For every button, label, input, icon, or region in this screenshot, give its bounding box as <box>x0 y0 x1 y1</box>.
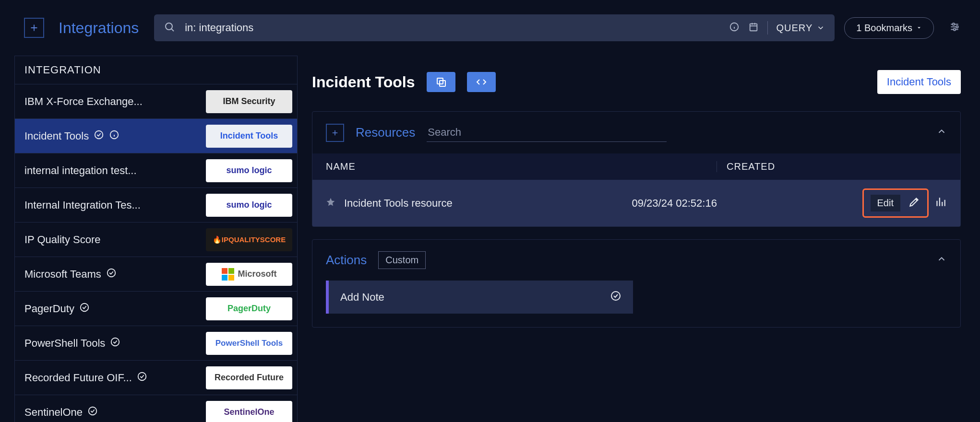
divider <box>767 21 768 35</box>
resources-search-input[interactable] <box>427 123 667 142</box>
add-button[interactable] <box>24 18 44 38</box>
sidebar-item-5[interactable]: Microsoft TeamsMicrosoft <box>15 257 297 291</box>
action-name: Add Note <box>340 291 602 304</box>
svg-point-0 <box>166 23 172 30</box>
sidebar-header: INTEGRATION <box>15 56 297 84</box>
provider-badge: Incident Tools <box>206 125 292 148</box>
table-row[interactable]: Incident Tools resource 09/23/24 02:52:1… <box>312 180 960 226</box>
collapse-icon[interactable] <box>936 254 947 267</box>
sidebar: INTEGRATION IBM X-Force Exchange...IBM S… <box>14 56 298 422</box>
sidebar-item-label: SentinelOne <box>24 406 83 419</box>
resource-name: Incident Tools resource <box>344 197 632 210</box>
sidebar-item-label: PagerDuty <box>24 303 74 315</box>
resources-panel: Resources NAME CREATED Incident Tools re… <box>312 111 961 227</box>
calendar-icon[interactable] <box>748 22 759 35</box>
edit-tooltip: Edit <box>871 195 900 211</box>
table-header: NAME CREATED <box>312 153 960 180</box>
check-icon <box>94 129 104 142</box>
provider-badge: PagerDuty <box>206 297 292 320</box>
sidebar-item-6[interactable]: PagerDutyPagerDuty <box>15 291 297 326</box>
action-item[interactable]: Add Note <box>326 281 633 314</box>
provider-badge: sumo logic <box>206 159 292 182</box>
actions-title: Actions <box>326 253 367 268</box>
sidebar-item-2[interactable]: internal integation test...sumo logic <box>15 153 297 188</box>
sidebar-item-label: IP Quality Score <box>24 234 101 246</box>
sidebar-item-label: Incident Tools <box>24 130 89 142</box>
svg-point-3 <box>953 23 955 25</box>
provider-badge: PowerShell Tools <box>206 332 292 355</box>
query-label: QUERY <box>777 23 813 34</box>
page-title: Integrations <box>59 19 139 37</box>
svg-point-9 <box>81 304 89 312</box>
bookmarks-label: 1 Bookmarks <box>856 23 912 34</box>
check-icon <box>106 268 117 281</box>
resource-created: 09/23/24 02:52:16 <box>632 197 862 210</box>
svg-point-15 <box>611 292 620 300</box>
sidebar-item-label: IBM X-Force Exchange... <box>24 95 143 108</box>
actions-panel: Actions Custom Add Note <box>312 239 961 328</box>
sidebar-item-1[interactable]: Incident ToolsIncident Tools <box>15 118 297 153</box>
search-input[interactable] <box>185 22 719 34</box>
check-icon <box>610 290 621 304</box>
sidebar-item-label: PowerShell Tools <box>24 337 105 350</box>
sidebar-item-0[interactable]: IBM X-Force Exchange...IBM Security <box>15 84 297 118</box>
col-name: NAME <box>326 161 717 172</box>
main-title: Incident Tools <box>312 73 415 91</box>
check-icon <box>137 371 147 384</box>
svg-point-4 <box>956 25 958 27</box>
provider-badge: IBM Security <box>206 90 292 113</box>
sidebar-item-label: Recorded Future OIF... <box>24 372 132 384</box>
search-icon <box>164 21 175 35</box>
col-created: CREATED <box>717 161 947 172</box>
svg-point-8 <box>108 269 116 277</box>
sidebar-item-8[interactable]: Recorded Future OIF...Recorded Future <box>15 360 297 395</box>
svg-point-6 <box>95 131 103 139</box>
sidebar-item-9[interactable]: SentinelOneSentinelOne <box>15 395 297 422</box>
provider-badge: SentinelOne <box>206 401 292 422</box>
query-button[interactable]: QUERY <box>777 23 825 34</box>
info-icon[interactable] <box>729 22 740 35</box>
stats-icon[interactable] <box>934 196 947 211</box>
provider-badge: Recorded Future <box>206 366 292 389</box>
code-button[interactable] <box>467 72 496 92</box>
provider-badge: sumo logic <box>206 194 292 217</box>
resources-title: Resources <box>356 125 415 140</box>
star-icon[interactable] <box>326 197 344 209</box>
sidebar-item-label: Internal Integration Tes... <box>24 199 141 211</box>
provider-badge: 🔥IPQUALITYSCORE <box>206 228 292 251</box>
bookmarks-button[interactable]: 1 Bookmarks <box>844 17 934 39</box>
check-icon <box>79 302 90 315</box>
custom-filter[interactable]: Custom <box>378 251 426 269</box>
check-icon <box>87 406 98 419</box>
svg-rect-2 <box>750 23 757 31</box>
add-resource-button[interactable] <box>326 124 344 142</box>
check-icon <box>110 337 120 350</box>
incident-tools-button[interactable]: Incident Tools <box>877 70 961 94</box>
pencil-icon[interactable] <box>908 196 920 211</box>
svg-point-10 <box>111 338 120 346</box>
provider-badge: Microsoft <box>206 263 292 286</box>
settings-icon[interactable] <box>948 21 961 35</box>
sidebar-item-7[interactable]: PowerShell ToolsPowerShell Tools <box>15 326 297 360</box>
sidebar-item-label: Microsoft Teams <box>24 268 101 281</box>
svg-point-11 <box>138 373 146 381</box>
sidebar-item-label: internal integation test... <box>24 164 137 177</box>
sidebar-item-4[interactable]: IP Quality Score🔥IPQUALITYSCORE <box>15 222 297 257</box>
copy-button[interactable] <box>427 72 455 92</box>
sidebar-item-3[interactable]: Internal Integration Tes...sumo logic <box>15 188 297 222</box>
edit-highlight: Edit <box>862 188 929 218</box>
info-icon <box>109 129 120 142</box>
svg-point-5 <box>954 28 956 30</box>
collapse-icon[interactable] <box>936 126 947 139</box>
svg-point-12 <box>89 407 97 415</box>
